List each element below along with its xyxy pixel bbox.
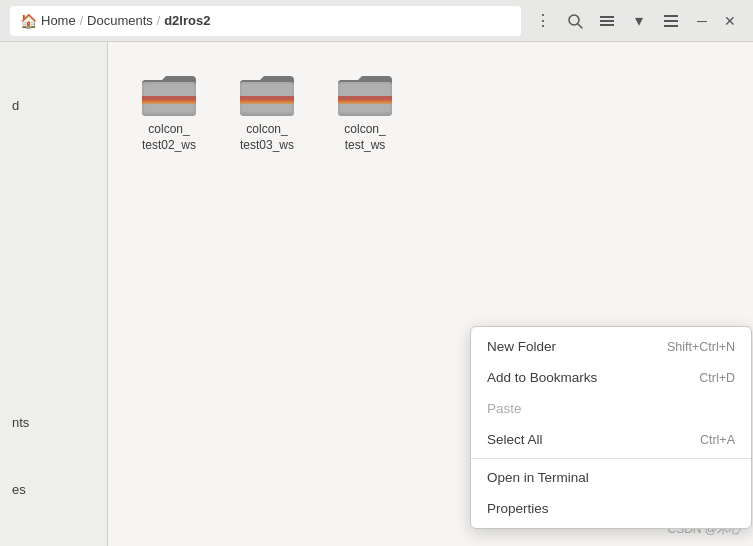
current-folder-label: d2lros2 bbox=[164, 13, 210, 28]
view-list-button[interactable] bbox=[593, 7, 621, 35]
file-item[interactable]: colcon_test02_ws bbox=[124, 58, 214, 161]
file-name: colcon_test02_ws bbox=[142, 122, 196, 153]
sidebar-item-4[interactable]: es bbox=[0, 476, 107, 503]
menu-item-paste: Paste bbox=[471, 393, 751, 424]
menu-shortcut: Ctrl+D bbox=[699, 371, 735, 385]
sidebar-section: nts es bbox=[0, 409, 107, 503]
folder-icon bbox=[238, 66, 296, 118]
svg-rect-5 bbox=[664, 15, 678, 17]
sep2: / bbox=[157, 14, 160, 28]
context-menu: New Folder Shift+Ctrl+N Add to Bookmarks… bbox=[470, 326, 752, 529]
menu-shortcut: Shift+Ctrl+N bbox=[667, 340, 735, 354]
menu-item-label: Properties bbox=[487, 501, 549, 516]
search-button[interactable] bbox=[561, 7, 589, 35]
chevron-button[interactable]: ▾ bbox=[625, 7, 653, 35]
sidebar-item-2[interactable]: d bbox=[0, 92, 107, 119]
documents-label: Documents bbox=[87, 13, 153, 28]
more-button[interactable]: ⋮ bbox=[529, 7, 557, 35]
svg-rect-25 bbox=[338, 100, 392, 104]
minimize-button[interactable]: ─ bbox=[689, 8, 715, 34]
file-item[interactable]: colcon_test03_ws bbox=[222, 58, 312, 161]
svg-rect-13 bbox=[142, 100, 196, 104]
file-item[interactable]: colcon_test_ws bbox=[320, 58, 410, 161]
close-button[interactable]: ✕ bbox=[717, 8, 743, 34]
menu-item-label: New Folder bbox=[487, 339, 556, 354]
file-area: colcon_test02_ws colcon_test03_ws bbox=[108, 42, 753, 546]
svg-rect-3 bbox=[600, 20, 614, 22]
svg-rect-7 bbox=[664, 25, 678, 27]
menu-item-label: Open in Terminal bbox=[487, 470, 589, 485]
home-icon: 🏠 bbox=[20, 13, 37, 29]
window-controls: ─ ✕ bbox=[689, 8, 743, 34]
sidebar-item-3[interactable]: nts bbox=[0, 409, 107, 436]
menu-item-new-folder[interactable]: New Folder Shift+Ctrl+N bbox=[471, 331, 751, 362]
title-bar: 🏠 Home / Documents / d2lros2 ⋮ ▾ bbox=[0, 0, 753, 42]
sidebar-item-1[interactable] bbox=[0, 50, 107, 62]
menu-item-bookmarks[interactable]: Add to Bookmarks Ctrl+D bbox=[471, 362, 751, 393]
menu-item-properties[interactable]: Properties bbox=[471, 493, 751, 524]
menu-item-open-terminal[interactable]: Open in Terminal bbox=[471, 462, 751, 493]
svg-rect-6 bbox=[664, 20, 678, 22]
files-grid: colcon_test02_ws colcon_test03_ws bbox=[108, 42, 753, 177]
sep1: / bbox=[80, 14, 83, 28]
svg-rect-19 bbox=[240, 100, 294, 104]
hamburger-icon bbox=[663, 13, 679, 29]
svg-rect-2 bbox=[600, 16, 614, 18]
breadcrumb: 🏠 Home / Documents / d2lros2 bbox=[10, 6, 521, 36]
menu-shortcut: Ctrl+A bbox=[700, 433, 735, 447]
menu-item-select-all[interactable]: Select All Ctrl+A bbox=[471, 424, 751, 455]
menu-button[interactable] bbox=[657, 7, 685, 35]
folder-icon bbox=[336, 66, 394, 118]
title-bar-actions: ⋮ ▾ bbox=[529, 7, 685, 35]
sidebar: d nts es bbox=[0, 42, 108, 546]
file-name: colcon_test_ws bbox=[344, 122, 385, 153]
menu-item-label: Select All bbox=[487, 432, 543, 447]
file-name: colcon_test03_ws bbox=[240, 122, 294, 153]
folder-icon bbox=[140, 66, 198, 118]
main-container: d nts es bbox=[0, 42, 753, 546]
svg-rect-4 bbox=[600, 24, 614, 26]
list-icon bbox=[599, 13, 615, 29]
menu-separator bbox=[471, 458, 751, 459]
home-label: Home bbox=[41, 13, 76, 28]
menu-item-label: Paste bbox=[487, 401, 522, 416]
search-icon bbox=[567, 13, 583, 29]
svg-line-1 bbox=[578, 24, 582, 28]
menu-item-label: Add to Bookmarks bbox=[487, 370, 597, 385]
